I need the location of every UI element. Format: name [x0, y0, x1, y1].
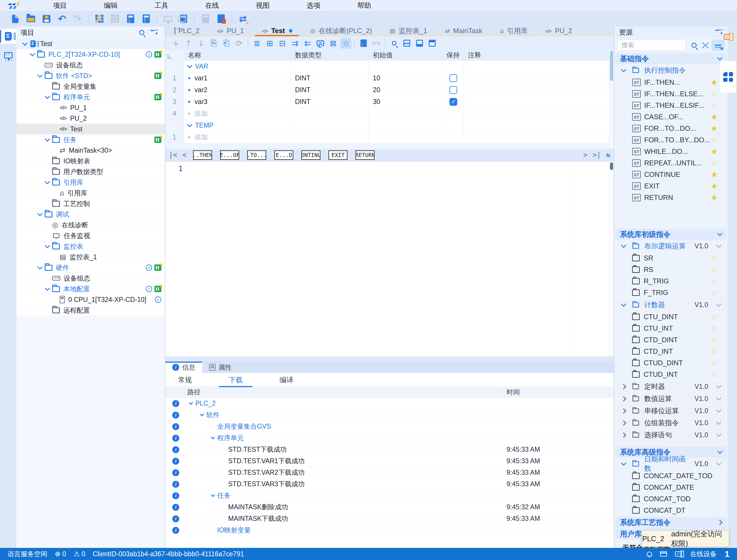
instruction-folder-串移位运算[interactable]: 串移位运算V1.0	[617, 405, 725, 417]
window-icon[interactable]	[660, 551, 667, 557]
instruction-CTU_DINT[interactable]: CTU_DINT☆	[614, 311, 727, 323]
activity-item-network-device-icon[interactable]	[0, 48, 16, 63]
variable-type-cell[interactable]: DINT	[291, 96, 369, 107]
variable-comment-cell[interactable]	[464, 84, 609, 96]
tree-item-程序单元[interactable]: 程序单元	[16, 92, 165, 103]
tree-item-引用库[interactable]: 引用库	[16, 177, 165, 188]
menu-item-编辑[interactable]: 编辑	[85, 1, 136, 9]
chevron-down-icon[interactable]	[621, 301, 626, 307]
info-subtab-编译[interactable]: 编译	[278, 373, 294, 387]
nav-|<[interactable]: |<	[168, 151, 178, 159]
star-outline-icon[interactable]: ☆	[711, 101, 718, 110]
instruction-folder-执行控制指令[interactable]: 执行控制指令	[617, 65, 725, 76]
info-tab-信息[interactable]: i信息	[165, 362, 202, 373]
build-icon[interactable]	[93, 12, 106, 25]
menu-item-工具[interactable]: 工具	[136, 1, 187, 9]
info-row[interactable]: i任务	[165, 490, 614, 502]
st-snippet-button[interactable]: ..THEN	[193, 150, 212, 160]
variable-row-var1[interactable]: 1•var1DINT10	[165, 72, 609, 84]
tree-item-硬件[interactable]: 硬件✓	[16, 262, 165, 273]
export-icon[interactable]: ⎗	[221, 38, 232, 49]
save-icon[interactable]	[40, 12, 53, 25]
chevron-down-icon[interactable]	[187, 122, 192, 127]
instruction-CONCAT_DATE_TOD[interactable]: CONCAT_DATE_TOD	[614, 470, 727, 482]
chevron-down-icon[interactable]	[37, 264, 42, 269]
instruction-F_TRIG[interactable]: F_TRIG☆	[614, 287, 727, 298]
st-snippet-button[interactable]: RETURN	[356, 150, 375, 160]
tree-item-软件 <STD>[interactable]: 软件 <STD>	[16, 71, 165, 81]
retain-checkbox[interactable]	[449, 74, 457, 82]
tree-item-设备组态[interactable]: 设备组态	[16, 60, 165, 71]
star-filled-icon[interactable]: ★	[711, 147, 718, 156]
star-outline-icon[interactable]: ☆	[711, 253, 718, 263]
star-filled-icon[interactable]: ★	[711, 170, 718, 179]
tree-item-设备组态[interactable]: 设备组态	[16, 273, 165, 284]
chevron-down-icon[interactable]	[717, 231, 722, 236]
chevron-down-icon[interactable]	[621, 67, 626, 72]
instruction-folder-数值运算[interactable]: 数值运算V1.0	[617, 393, 725, 404]
import-icon[interactable]: ⎘	[208, 38, 219, 49]
instruction-RS[interactable]: RS☆	[614, 264, 727, 275]
st-snippet-button[interactable]: E...D	[274, 150, 293, 160]
instruction-CONCAT_TOD[interactable]: CONCAT_TOD	[614, 493, 727, 505]
star-filled-icon[interactable]: ★	[711, 78, 718, 87]
info-row[interactable]: iSTD.TEST.VAR2下载成功9:45:33 AM	[165, 467, 614, 478]
st-snippet-button[interactable]: ONTINU	[301, 150, 320, 160]
instruction-folder-布尔逻辑运算[interactable]: 布尔逻辑运算V1.0	[617, 240, 725, 252]
info-row[interactable]: iMAINTASK删除成功9:45:32 AM	[165, 502, 614, 513]
open-project-icon[interactable]	[24, 12, 37, 25]
tab-引用库[interactable]: ⌂引用库	[491, 27, 536, 35]
instruction-folder-位组装指令[interactable]: 位组装指令V1.0	[617, 417, 725, 429]
tree-item-PU_1[interactable]: </>PU_1	[16, 103, 165, 113]
retain-checkbox[interactable]	[449, 86, 457, 94]
star-outline-icon[interactable]: ☆	[711, 324, 718, 333]
menu-item-选项[interactable]: 选项	[288, 1, 339, 9]
variable-comment-cell[interactable]	[464, 108, 609, 119]
chevron-down-icon[interactable]	[45, 285, 50, 291]
instruction-FOR...TO...BY...DO...[interactable]: STFOR...TO...BY...DO...☆	[614, 134, 727, 146]
instruction-WHILE...DO...[interactable]: STWHILE...DO...★	[614, 146, 727, 157]
expand-all-icon[interactable]: ⊞	[264, 38, 275, 49]
chevron-down-icon[interactable]	[45, 179, 50, 184]
split-bottom-icon[interactable]	[414, 38, 425, 49]
online-config-icon[interactable]	[177, 12, 190, 25]
swap-panes-icon[interactable]: ⇆	[606, 151, 611, 159]
section-header-系统库初级指令[interactable]: 系统库初级指令	[615, 229, 726, 240]
tab-监控表_1[interactable]: ▤监控表_1	[381, 27, 436, 35]
split-top-icon[interactable]	[427, 38, 438, 49]
cross-reference-icon[interactable]: ⊠	[328, 38, 339, 49]
star-filled-icon[interactable]: ★	[711, 124, 718, 133]
variable-comment-cell[interactable]	[464, 131, 609, 143]
section-header-基础指令[interactable]: 基础指令	[615, 53, 726, 64]
instruction-R_TRIG[interactable]: R_TRIG☆	[614, 275, 727, 287]
online-monitor-icon[interactable]	[721, 31, 734, 43]
info-row[interactable]: i软件	[165, 409, 614, 421]
chevron-right-icon[interactable]	[621, 432, 626, 438]
favorites-icon[interactable]: ☆	[340, 38, 351, 49]
code-editor-scrollbar[interactable]	[609, 162, 614, 356]
nav->|[interactable]: >|	[592, 151, 602, 159]
indent-icon[interactable]: ⇉	[290, 38, 301, 49]
instruction-CASE...OF...[interactable]: STCASE...OF...★	[614, 111, 727, 123]
instruction-CTD_DINT[interactable]: CTD_DINT☆	[614, 334, 727, 346]
st-code-editor[interactable]: 1	[165, 161, 614, 356]
variable-type-cell[interactable]: DINT	[291, 72, 369, 84]
variable-init-cell[interactable]	[369, 131, 443, 143]
tree-item-任务[interactable]: 任务	[16, 135, 165, 145]
instruction-CTD_INT[interactable]: CTD_INT☆	[614, 346, 727, 357]
tree-item-MainTask<30>[interactable]: ⇄MainTask<30>	[16, 145, 165, 156]
variable-row-var2[interactable]: 2•var2DINT20	[165, 84, 609, 96]
chevron-down-icon[interactable]	[717, 55, 722, 60]
tree-item-监控表[interactable]: 监控表	[16, 241, 165, 252]
tab-在线诊断(PLC_2)[interactable]: ◎在线诊断(PLC_2)	[301, 27, 381, 35]
variable-init-cell[interactable]: 30	[369, 96, 443, 107]
outdent-icon[interactable]: ⇇	[302, 38, 313, 49]
tree-item-引用库[interactable]: ⌂引用库	[16, 188, 165, 198]
chevron-down-icon[interactable]	[717, 449, 722, 454]
info-row[interactable]: iSTD.TEST.VAR3下载成功9:45:33 AM	[165, 478, 614, 490]
tab-PU_2[interactable]: </>PU_2	[536, 27, 581, 35]
chevron-down-icon[interactable]	[189, 401, 193, 405]
star-outline-icon[interactable]: ☆	[711, 288, 718, 297]
info-subtab-下载[interactable]: 下载	[228, 373, 244, 387]
instruction-CONCAT_DT[interactable]: CONCAT_DT	[614, 505, 727, 516]
